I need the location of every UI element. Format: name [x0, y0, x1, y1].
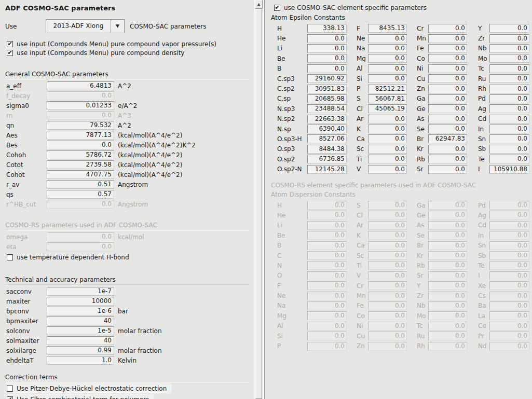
- eps-input-cr[interactable]: 0.0: [428, 24, 467, 33]
- eps-input-sr[interactable]: 0.0: [428, 165, 467, 174]
- hbond-checkbox[interactable]: [7, 254, 13, 260]
- eps-input-nb[interactable]: 0.0: [489, 44, 529, 53]
- pitzer-checkbox[interactable]: [7, 386, 13, 392]
- eps-input-rb[interactable]: 0.0: [428, 155, 467, 163]
- eps-input-o-sp3[interactable]: 8484.38: [307, 145, 347, 154]
- field-row-aes: Aes7877.13(kcal/mol)(A^4/e^2): [5, 130, 254, 140]
- eps-input-ne[interactable]: 0.0: [368, 34, 407, 43]
- page-title: ADF COSMO-SAC parameters: [5, 4, 254, 12]
- eps-input-k[interactable]: 0.0: [368, 125, 407, 133]
- gen-input-cotot[interactable]: 2739.58: [47, 160, 114, 169]
- element-label: Zn: [417, 85, 428, 92]
- eps-input-br[interactable]: 62947.83: [428, 134, 467, 143]
- eps-input-ti[interactable]: 0.0: [368, 155, 407, 163]
- tech-input-sacconv[interactable]: 1e-7: [47, 287, 114, 296]
- tech-input-solconv[interactable]: 1e-5: [47, 326, 114, 335]
- eps-input-co[interactable]: 0.0: [428, 54, 467, 63]
- eps-input-mg[interactable]: 0.0: [368, 54, 407, 63]
- eps-input-as[interactable]: 0.0: [428, 115, 467, 123]
- eps-input-c-sp[interactable]: 20685.98: [307, 94, 347, 103]
- density-checkbox[interactable]: ✔: [7, 50, 13, 56]
- eps-input-pd[interactable]: 0.0: [489, 94, 529, 103]
- eps-input-sn[interactable]: 0.0: [489, 134, 529, 143]
- eps-input-sb[interactable]: 0.0: [489, 145, 529, 154]
- vapor-pressure-checkbox[interactable]: ✔: [7, 41, 13, 47]
- tech-input-ehdeltat[interactable]: 1.0: [47, 356, 114, 365]
- eps-input-cu[interactable]: 0.0: [428, 74, 467, 83]
- gen-input-cohot[interactable]: 4707.75: [47, 170, 114, 179]
- eps-input-ga[interactable]: 0.0: [428, 94, 467, 103]
- eps-input-he[interactable]: 0.0: [307, 34, 347, 43]
- eps-input-ge[interactable]: 0.0: [428, 104, 467, 113]
- eps-input-ca[interactable]: 0.0: [368, 134, 407, 143]
- eps-input-ag[interactable]: 0.0: [489, 104, 529, 113]
- eps-input-zr[interactable]: 0.0: [489, 34, 529, 43]
- gen-input-aes[interactable]: 7877.13: [47, 131, 114, 140]
- eps-input-te[interactable]: 0.0: [489, 155, 529, 163]
- eps-input-o-sp3-h[interactable]: 8527.06: [307, 134, 347, 143]
- tech-input-solmaxiter[interactable]: 40: [47, 336, 114, 345]
- vertical-scrollbar[interactable]: ▲: [254, 0, 263, 399]
- tech-input-bpmaxiter[interactable]: 40: [47, 317, 114, 325]
- gen-input-sigma0[interactable]: 0.01233: [47, 101, 114, 110]
- disp-input-ce: 0.0: [489, 322, 529, 331]
- eps-input-kr[interactable]: 0.0: [428, 145, 467, 154]
- eps-input-c-sp3[interactable]: 29160.92: [307, 74, 347, 83]
- eps-input-o-sp2[interactable]: 6736.85: [307, 155, 347, 163]
- tech-input-maxiter[interactable]: 10000: [47, 297, 114, 306]
- field-label: a_eff: [5, 82, 47, 90]
- element-label: O.sp2: [276, 156, 307, 163]
- scrollbar-thumb[interactable]: [255, 9, 262, 399]
- eps-input-tc[interactable]: 0.0: [489, 64, 529, 73]
- parameter-set-dropdown[interactable]: 2013-ADF Xiong ▼: [46, 19, 125, 33]
- eps-input-fe[interactable]: 0.0: [428, 44, 467, 53]
- vapor-pressure-checkbox-label: use input (Compounds Menu) pure compound…: [17, 40, 216, 48]
- eps-input-na[interactable]: 0.0: [368, 44, 407, 53]
- eps-input-se[interactable]: 0.0: [428, 125, 467, 133]
- eps-input-c-sp2[interactable]: 30951.83: [307, 85, 347, 93]
- eps-input-rh[interactable]: 0.0: [489, 85, 529, 93]
- eps-input-zn[interactable]: 0.0: [428, 85, 467, 93]
- eps-input-mn[interactable]: 0.0: [428, 34, 467, 43]
- eps-input-p[interactable]: 82512.21: [368, 85, 407, 93]
- eps-input-ru[interactable]: 0.0: [489, 74, 529, 83]
- disp-input-cr: 0.0: [368, 281, 407, 290]
- eps-input-mo[interactable]: 0.0: [489, 54, 529, 63]
- eps-input-cd[interactable]: 0.0: [489, 115, 529, 123]
- eps-input-s[interactable]: 56067.81: [368, 94, 407, 103]
- scroll-up-button[interactable]: ▲: [255, 0, 263, 9]
- eps-input-be[interactable]: 0.0: [307, 54, 347, 63]
- gen-input-a-eff[interactable]: 6.4813: [47, 81, 114, 90]
- eps-input-o-sp2-n[interactable]: 12145.28: [307, 165, 347, 174]
- eps-input-ar[interactable]: 0.0: [368, 115, 407, 123]
- eps-input-cl[interactable]: 45065.19: [368, 104, 407, 113]
- eps-input-si[interactable]: 0.0: [368, 74, 407, 83]
- eps-input-sc[interactable]: 0.0: [368, 145, 407, 154]
- elbro-checkbox[interactable]: ✔: [7, 396, 13, 399]
- eps-input-ni[interactable]: 0.0: [428, 64, 467, 73]
- eps-input-n-sp2[interactable]: 22663.38: [307, 115, 347, 123]
- eps-input-y[interactable]: 0.0: [489, 24, 529, 33]
- element-label: Sc: [357, 145, 368, 153]
- eps-input-i[interactable]: 105910.88: [489, 165, 529, 174]
- element-specific-checkbox-label: use COSMO-SAC element specific parameter…: [284, 4, 427, 11]
- eps-input-f[interactable]: 8435.13: [368, 24, 407, 33]
- gen-input-r-av[interactable]: 0.51: [47, 180, 114, 189]
- elbro-checkbox-row: ✔ Use Elbro combinatorial term for polym…: [7, 395, 153, 399]
- eps-input-n-sp[interactable]: 6390.40: [307, 125, 347, 133]
- gen-input-qn[interactable]: 79.532: [47, 121, 114, 130]
- eps-input-al[interactable]: 0.0: [368, 64, 407, 73]
- eps-input-h[interactable]: 338.13: [307, 24, 347, 33]
- eps-input-b[interactable]: 0.0: [307, 64, 347, 73]
- tech-input-solxilarge[interactable]: 0.99: [47, 346, 114, 355]
- eps-input-li[interactable]: 0.0: [307, 44, 347, 53]
- gen-input-cohoh[interactable]: 5786.72: [47, 150, 114, 159]
- gen-input-qs[interactable]: 0.57: [47, 190, 114, 199]
- element-specific-checkbox[interactable]: ✔: [274, 5, 280, 11]
- gen-input-bes[interactable]: 0.0: [47, 141, 114, 149]
- eps-input-n-sp3[interactable]: 23488.54: [307, 104, 347, 113]
- tech-input-bpconv[interactable]: 1e-6: [47, 307, 114, 315]
- eps-input-in[interactable]: 0.0: [489, 125, 529, 133]
- eps-input-v[interactable]: 0.0: [368, 165, 407, 174]
- disp-input-pr: 0.0: [489, 332, 529, 340]
